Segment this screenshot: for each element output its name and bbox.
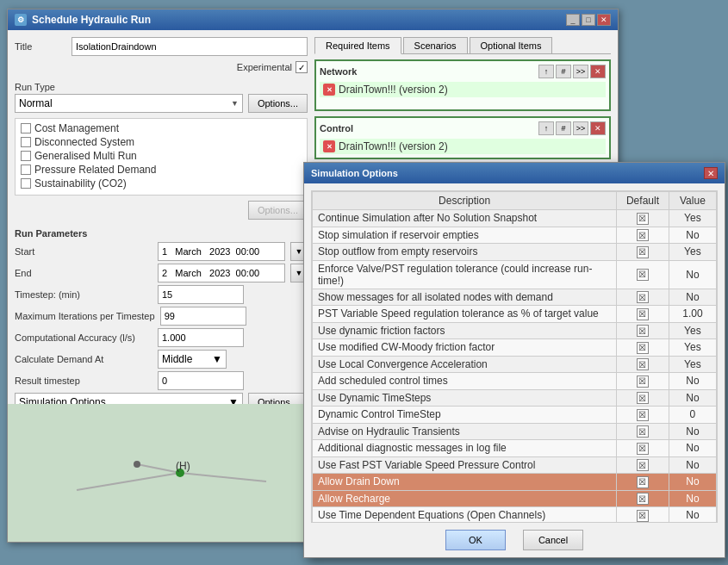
sim-row-desc-0: Continue Simulation after No Solution Sn… xyxy=(313,210,617,227)
network-up-btn[interactable]: ↑ xyxy=(538,65,554,78)
check-disconnected[interactable] xyxy=(21,137,31,147)
sim-row-desc-15: Allow Drain Down xyxy=(313,474,617,491)
control-item-label: DrainTown!!! (version 2) xyxy=(339,140,448,152)
end-row: End ▼ xyxy=(15,264,308,282)
experimental-row: Experimental ✓ xyxy=(15,61,308,73)
tab-optional-items[interactable]: Optional Items xyxy=(470,37,553,53)
sim-row-default-9[interactable]: ☒ xyxy=(617,373,669,390)
check-item-disconnected: Disconnected System xyxy=(21,136,302,148)
sim-row-default-14[interactable]: ☒ xyxy=(617,456,669,474)
cancel-button[interactable]: Cancel xyxy=(523,530,583,550)
check-pressure-label: Pressure Related Demand xyxy=(34,164,156,176)
sim-row-value-15: No xyxy=(669,474,716,491)
calcdemand-row: Calculate Demand At Middle ▼ xyxy=(15,350,308,369)
start-input[interactable] xyxy=(158,242,285,261)
title-label: Title xyxy=(15,41,66,52)
map-area: (H) xyxy=(8,404,318,542)
title-bar-controls: _ □ ✕ xyxy=(566,14,611,26)
control-box: Control ↑ # >> ✕ ✕ DrainTown!!! (version… xyxy=(314,116,611,159)
network-add-btn[interactable]: >> xyxy=(573,65,588,78)
tab-scenarios[interactable]: Scenarios xyxy=(403,37,468,53)
check-item-sustainability: Sustainability (CO2) xyxy=(21,177,302,189)
run-type-select[interactable]: Normal ▼ xyxy=(15,94,243,113)
sim-row-default-8[interactable]: ☒ xyxy=(617,356,669,373)
check-sustainability[interactable] xyxy=(21,178,31,189)
sim-row-desc-11: Dynamic Control TimeStep xyxy=(313,407,617,424)
calcdemand-select[interactable]: Middle ▼ xyxy=(158,350,227,369)
experimental-checkbox[interactable]: ✓ xyxy=(296,61,308,73)
check-item-cost: Cost Management xyxy=(21,122,302,134)
network-hash-btn[interactable]: # xyxy=(556,65,571,78)
sim-row-desc-5: PST Variable Speed regulation tolerance … xyxy=(313,306,617,323)
sim-row-desc-2: Stop outflow from empty reservoirs xyxy=(313,244,617,261)
sim-row-default-16[interactable]: ☒ xyxy=(617,490,669,507)
resulttimestep-input[interactable] xyxy=(158,371,244,390)
sim-row-default-10[interactable]: ☒ xyxy=(617,389,669,407)
sim-row-default-7[interactable]: ☒ xyxy=(617,339,669,357)
sim-row-desc-8: Use Local Convergence Acceleration xyxy=(313,356,617,373)
control-add-btn[interactable]: >> xyxy=(573,121,588,135)
col-value: Value xyxy=(669,192,716,210)
dialog-buttons: OK Cancel xyxy=(311,530,718,550)
sim-row-default-3[interactable]: ☒ xyxy=(617,260,669,289)
svg-point-5 xyxy=(134,461,140,468)
run-type-options-btn[interactable]: Options... xyxy=(248,94,308,113)
sim-row-value-6: Yes xyxy=(669,322,716,339)
sim-row-default-1[interactable]: ☒ xyxy=(617,227,669,244)
map-svg: (H) xyxy=(8,404,318,542)
control-title: Control xyxy=(320,123,353,133)
sim-row-default-17[interactable]: ☒ xyxy=(617,507,669,524)
run-type-arrow: ▼ xyxy=(231,99,239,108)
check-cost[interactable] xyxy=(21,123,31,133)
control-hash-btn[interactable]: # xyxy=(556,121,571,135)
check-multirun-label: Generalised Multi Run xyxy=(34,150,137,162)
sim-row-default-11[interactable]: ☒ xyxy=(617,407,669,424)
run-type-section: Run Type Normal ▼ Options... xyxy=(15,82,308,113)
tab-required-items[interactable]: Required Items xyxy=(314,37,401,54)
control-up-btn[interactable]: ↑ xyxy=(538,121,554,135)
ok-button[interactable]: OK xyxy=(445,530,506,550)
sim-row-default-12[interactable]: ☒ xyxy=(617,423,669,440)
compacc-input[interactable] xyxy=(158,328,244,347)
end-input[interactable] xyxy=(158,264,285,282)
network-item-label: DrainTown!!! (version 2) xyxy=(339,84,448,96)
check-item-pressure: Pressure Related Demand xyxy=(21,164,302,176)
sim-dialog-close-btn[interactable]: ✕ xyxy=(704,167,718,179)
resulttimestep-row: Result timestep xyxy=(15,371,308,390)
sim-row-value-5: 1.00 xyxy=(669,306,716,323)
sim-row-default-13[interactable]: ☒ xyxy=(617,440,669,457)
close-btn[interactable]: ✕ xyxy=(597,14,611,26)
sim-row-default-0[interactable]: ☒ xyxy=(617,210,669,227)
sim-row-value-13: No xyxy=(669,440,716,457)
network-close-btn[interactable]: ✕ xyxy=(590,65,606,78)
options2-btn[interactable]: Options... xyxy=(248,201,308,220)
check-pressure[interactable] xyxy=(21,165,31,175)
run-type-label: Run Type xyxy=(15,82,308,92)
minimize-btn[interactable]: _ xyxy=(566,14,580,26)
check-multirun[interactable] xyxy=(21,151,31,161)
experimental-label: Experimental xyxy=(237,62,292,72)
maximize-btn[interactable]: □ xyxy=(582,14,595,26)
window-icon: ⚙ xyxy=(15,14,27,26)
title-input[interactable] xyxy=(72,37,308,56)
sim-row-value-11: 0 xyxy=(669,407,716,424)
network-controls: ↑ # >> ✕ xyxy=(538,65,606,78)
sim-options-table-container[interactable]: Description Default Value Continue Simul… xyxy=(311,190,718,523)
sim-row-default-4[interactable]: ☒ xyxy=(617,289,669,306)
network-item-icon: ✕ xyxy=(323,84,335,96)
sim-row-default-15[interactable]: ☒ xyxy=(617,474,669,491)
col-default: Default xyxy=(617,192,669,210)
control-close-btn[interactable]: ✕ xyxy=(590,121,606,135)
timestep-row: Timestep: (min) xyxy=(15,285,308,304)
sim-row-desc-7: Use modified CW-Moody friction factor xyxy=(313,339,617,357)
maxiter-input[interactable] xyxy=(160,307,246,326)
options2-row: Options... xyxy=(15,201,308,220)
sim-row-default-5[interactable]: ☒ xyxy=(617,306,669,323)
control-controls: ↑ # >> ✕ xyxy=(538,121,606,135)
timestep-input[interactable] xyxy=(158,285,244,304)
sim-row-default-2[interactable]: ☒ xyxy=(617,244,669,261)
sim-row-value-7: Yes xyxy=(669,339,716,357)
run-params-section: Run Parameters Start ▼ End ▼ Timestep: (… xyxy=(15,228,308,412)
sim-row-default-6[interactable]: ☒ xyxy=(617,322,669,339)
sim-row-value-4: No xyxy=(669,289,716,306)
